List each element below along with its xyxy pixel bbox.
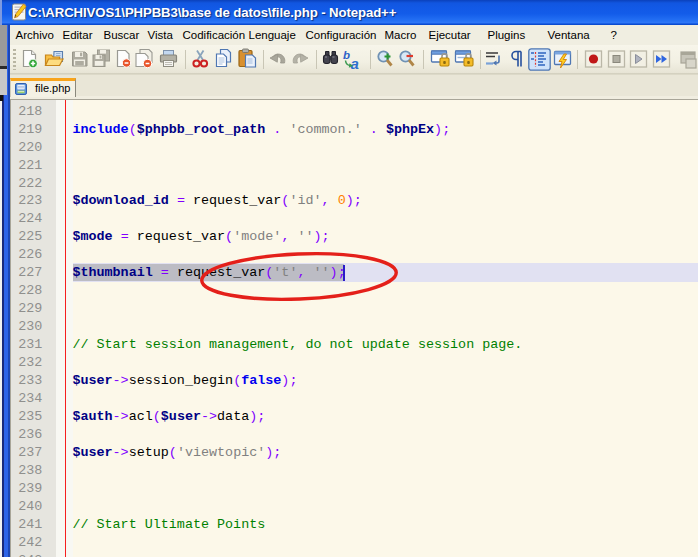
- svg-text:a: a: [351, 55, 359, 72]
- svg-text:b: b: [343, 49, 350, 61]
